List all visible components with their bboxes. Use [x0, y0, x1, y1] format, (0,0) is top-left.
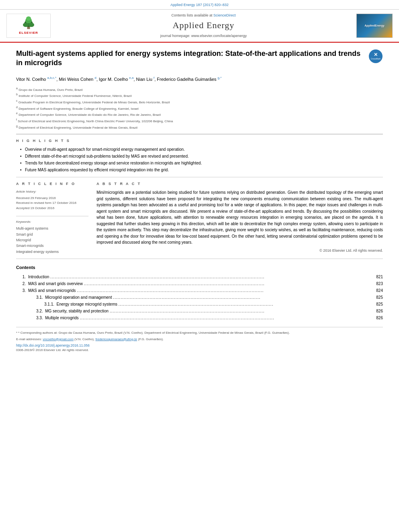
contents-page-3-1: 825: [367, 294, 383, 301]
affiliations: a Grupo da Causa Humana, Ouro Preto, Bra…: [16, 86, 383, 130]
highlight-item-3: Trends for future decentralized energy s…: [20, 160, 383, 166]
contents-label-3-1: 3.1. Microgrid operation and management …: [28, 294, 367, 301]
svg-point-3: [29, 23, 34, 27]
journal-title: Applied Energy: [51, 19, 356, 32]
keywords-list: Multi-agent systems Smart grid Microgrid…: [16, 226, 88, 255]
svg-point-5: [26, 16, 31, 21]
email-link-2[interactable]: fredericoquimaraes@ufmg.br: [95, 337, 137, 341]
contents-page-3-1-1: 825: [367, 301, 383, 308]
keyword-4: Smart-microgrids: [16, 243, 88, 249]
col-divider: [16, 216, 88, 216]
highlight-item-2: Different state-of-the-art microgrid sub…: [20, 154, 383, 159]
contents-row-3-2: 3.2. MG security, stability and protecti…: [16, 308, 383, 314]
crossmark-badge[interactable]: ✕ CrossMark: [369, 49, 383, 63]
contents-row-3-1-1: 3.1.1. Energy storage microgrid systems …: [16, 301, 383, 308]
affiliation-b: b Institute of Computer Science, Univers…: [16, 92, 383, 99]
email-note: E-mail addresses: vncoelho@gmail.com (V.…: [16, 337, 383, 342]
applied-energy-logo: AppliedEnergy: [356, 14, 393, 38]
highlights-label: H I G H L I G H T S: [16, 138, 383, 144]
article-info-column: A R T I C L E I N F O Article history: R…: [16, 181, 88, 255]
accepted-date: Accepted 19 October 2016: [16, 206, 88, 211]
highlight-item-1: Overview of multi-agent approach for sma…: [20, 147, 383, 152]
contents-page-3-3: 826: [367, 314, 383, 321]
keywords-label: Keywords:: [16, 220, 88, 224]
svg-point-2: [23, 23, 29, 27]
footer-section: * * Corresponding authors at: Grupo da C…: [16, 327, 383, 353]
doi-link[interactable]: http://dx.doi.org/10.1016/j.apenergy.201…: [16, 343, 383, 348]
crossmark-label: CrossMark: [371, 58, 380, 60]
title-section: Multi-agent systems applied for energy s…: [16, 49, 383, 72]
copyright: © 2016 Elsevier Ltd. All rights reserved…: [97, 248, 383, 253]
received-revised-date: Received in revised form 17 October 2016: [16, 201, 88, 206]
article-history: Article history: Received 29 February 20…: [16, 189, 88, 211]
abstract-text: Mini/microgrids are a potential solution…: [97, 189, 383, 246]
contents-page-1: 821: [367, 273, 383, 280]
contents-row-1: 1. Introduction ........................…: [16, 273, 383, 280]
sciencedirect-link[interactable]: ScienceDirect: [214, 13, 236, 17]
contents-title: Contents: [16, 265, 383, 271]
highlights-divider: [16, 177, 383, 177]
issn-text: 0306-2619/© 2016 Elsevier Ltd. All right…: [16, 348, 383, 352]
applied-energy-logo-text: AppliedEnergy: [364, 24, 384, 28]
keyword-3: Microgrid: [16, 237, 88, 243]
article-content: Multi-agent systems applied for energy s…: [0, 43, 399, 359]
crossmark-icon[interactable]: ✕ CrossMark: [368, 49, 383, 64]
contents-label-3-1-1: 3.1.1. Energy storage microgrid systems …: [28, 301, 367, 308]
contents-label-2: MAS and smart grids overview ...........…: [28, 280, 367, 287]
contents-row-3-1: 3.1. Microgrid operation and management …: [16, 294, 383, 301]
elsevier-logo: ELSEVIER: [6, 14, 51, 38]
elsevier-text: ELSEVIER: [19, 31, 38, 35]
journal-center-banner: Contents lists available at ScienceDirec…: [51, 13, 356, 39]
affiliation-g: g Department of Electrical Engineering, …: [16, 124, 383, 130]
contents-page-2: 823: [367, 280, 383, 287]
contents-row-2: 2. MAS and smart grids overview ........…: [16, 280, 383, 287]
abstract-label: A B S T R A C T: [97, 181, 383, 187]
contents-row-3: 3. MAS and smart-microgrids ............…: [16, 287, 383, 294]
highlights-list: Overview of multi-agent approach for sma…: [20, 147, 383, 173]
contents-num-2: 2.: [16, 280, 28, 287]
contents-label-3-2: 3.2. MG security, stability and protecti…: [28, 308, 367, 314]
crossmark-symbol: ✕: [374, 52, 378, 57]
contents-label-3: MAS and smart-microgrids ...............…: [28, 287, 367, 294]
contents-label-1: Introduction ...........................…: [28, 273, 367, 280]
keyword-5: Integrated energy systems: [16, 249, 88, 255]
section-divider-top: [16, 134, 383, 134]
contents-section: Contents 1. Introduction ...............…: [16, 265, 383, 321]
email-link-1[interactable]: vncoelho@gmail.com: [43, 337, 74, 341]
article-title: Multi-agent systems applied for energy s…: [16, 49, 364, 68]
affiliation-d: d Department of Software Engineering, Br…: [16, 105, 383, 111]
affiliation-f: f School of Electrical and Electronic En…: [16, 118, 383, 124]
corresponding-note: * * Corresponding authors at: Grupo da C…: [16, 331, 383, 335]
highlights-section: H I G H L I G H T S Overview of multi-ag…: [16, 138, 383, 173]
contents-available-line: Contents lists available at ScienceDirec…: [51, 13, 356, 18]
contents-label-3-3: 3.3. Multiple microgrids ...............…: [28, 314, 367, 321]
contents-table: 1. Introduction ........................…: [16, 273, 383, 321]
journal-banner: ELSEVIER Contents lists available at Sci…: [0, 10, 399, 43]
contents-page-3: 824: [367, 287, 383, 294]
authors-line: Vitor N. Coelho a,b,c,*, Miri Weiss Cohe…: [16, 76, 383, 83]
contents-num-1: 1.: [16, 273, 28, 280]
two-column-section: A R T I C L E I N F O Article history: R…: [16, 181, 383, 255]
contents-num-3: 3.: [16, 287, 28, 294]
highlight-item-4: Future MAS applications requested by eff…: [20, 167, 383, 173]
contents-page-3-2: 826: [367, 308, 383, 314]
journal-citation: Applied Energy 187 (2017) 820–832: [171, 3, 229, 7]
affiliation-a: a Grupo da Causa Humana, Ouro Preto, Bra…: [16, 86, 383, 92]
affiliation-c: c Graduate Program in Electrical Enginee…: [16, 99, 383, 105]
abstract-column: A B S T R A C T Mini/microgrids are a po…: [97, 181, 383, 255]
history-label: Article history:: [16, 189, 88, 194]
received-date: Received 29 February 2016: [16, 196, 88, 201]
contents-row-3-3: 3.3. Multiple microgrids ...............…: [16, 314, 383, 321]
contents-divider: [16, 259, 383, 259]
keyword-1: Multi-agent systems: [16, 226, 88, 231]
keyword-2: Smart grid: [16, 232, 88, 237]
journal-homepage: journal homepage: www.elsevier.com/locat…: [51, 33, 356, 39]
affiliation-e: e Department of Computer Science, Univer…: [16, 111, 383, 117]
journal-citation-bar: Applied Energy 187 (2017) 820–832: [0, 0, 399, 10]
article-info-label: A R T I C L E I N F O: [16, 181, 88, 187]
